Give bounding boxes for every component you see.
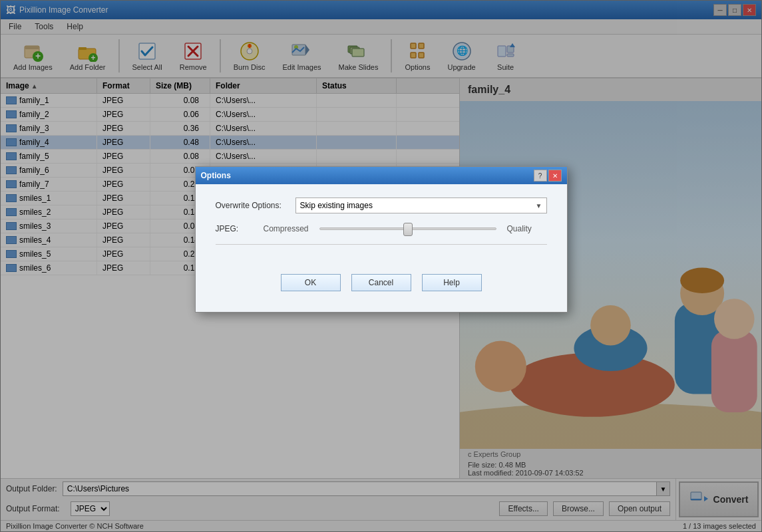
dialog-help-button[interactable]: ? — [534, 170, 547, 182]
overwrite-label: Overwrite Options: — [216, 201, 295, 210]
jpeg-settings-row: JPEG: Compressed Quality — [216, 224, 547, 233]
overwrite-dropdown-arrow: ▼ — [536, 202, 542, 209]
overwrite-value: Skip existing images — [300, 201, 373, 210]
slider-container: Compressed Quality — [256, 224, 547, 233]
quality-label: Quality — [507, 224, 547, 233]
help-button[interactable]: Help — [422, 274, 482, 291]
dialog-title-bar: Options ? ✕ — [196, 167, 567, 184]
quality-slider-thumb[interactable] — [403, 223, 413, 236]
dialog-controls: ? ✕ — [534, 170, 562, 182]
dialog-body: Overwrite Options: Skip existing images … — [196, 184, 567, 269]
overwrite-options-row: Overwrite Options: Skip existing images … — [216, 198, 547, 213]
dialog-close-button[interactable]: ✕ — [548, 170, 562, 182]
dialog-divider — [216, 244, 547, 245]
ok-button[interactable]: OK — [281, 274, 341, 291]
options-dialog: Options ? ✕ Overwrite Options: Skip exis… — [195, 166, 568, 313]
quality-slider-track[interactable] — [319, 227, 496, 230]
cancel-button[interactable]: Cancel — [351, 274, 411, 291]
jpeg-label: JPEG: — [216, 224, 256, 233]
modal-overlay[interactable]: Options ? ✕ Overwrite Options: Skip exis… — [0, 0, 762, 532]
dialog-footer: OK Cancel Help — [196, 269, 567, 297]
dialog-title: Options — [201, 171, 231, 180]
compressed-label: Compressed — [256, 224, 309, 233]
overwrite-dropdown[interactable]: Skip existing images ▼ — [295, 198, 547, 213]
